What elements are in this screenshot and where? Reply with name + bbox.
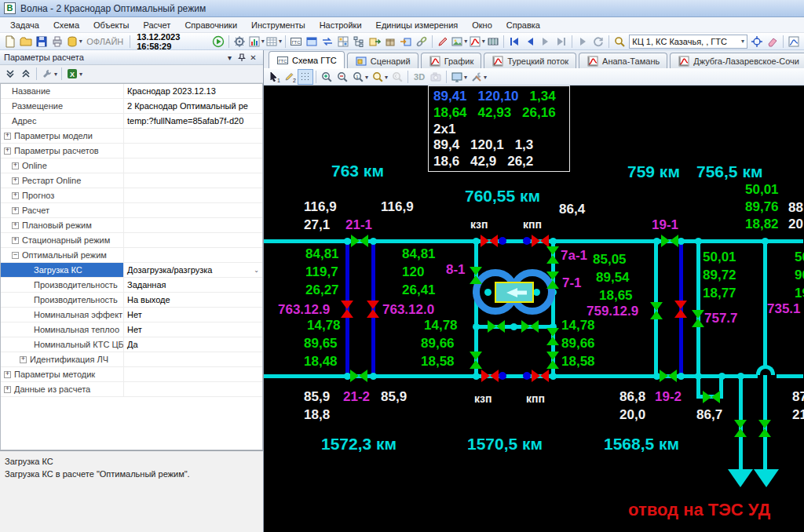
property-row[interactable]: Загрузка КСДозагрузка/разгрузка⌄ xyxy=(1,263,262,278)
tools-icon[interactable]: ▾ xyxy=(469,69,488,85)
tree-icon[interactable] xyxy=(351,34,367,49)
valve-closed-icon[interactable] xyxy=(367,301,379,318)
image-icon[interactable]: ▾ xyxy=(451,34,468,49)
expand-icon[interactable]: + xyxy=(12,237,19,244)
property-row[interactable]: ПроизводительностьЗаданная xyxy=(1,278,262,293)
property-value[interactable] xyxy=(124,159,262,173)
property-value[interactable] xyxy=(124,367,262,381)
link-icon[interactable] xyxy=(414,34,429,49)
nav-prev-icon[interactable] xyxy=(522,34,538,49)
zoom-100-icon[interactable]: 1▾ xyxy=(350,69,370,85)
play-icon[interactable] xyxy=(210,34,226,49)
menu-raschet[interactable]: Расчет xyxy=(136,18,177,32)
property-label[interactable]: +Плановый режим xyxy=(1,218,124,232)
menu-zadacha[interactable]: Задача xyxy=(3,18,46,32)
chart-box-icon[interactable] xyxy=(786,34,802,49)
menu-okno[interactable]: Окно xyxy=(465,18,499,32)
property-row[interactable]: +Параметры методик xyxy=(1,367,262,382)
valve-closed-icon[interactable] xyxy=(341,301,353,318)
nav-last-icon[interactable] xyxy=(554,34,569,49)
property-value[interactable]: Нет xyxy=(124,308,262,322)
property-row[interactable]: Адресtemp:?fullName=85afab7f-d20 xyxy=(1,114,262,129)
edit-icon[interactable] xyxy=(435,34,451,49)
property-row[interactable]: −Оптимальный режим xyxy=(1,248,262,263)
window-view-icon[interactable] xyxy=(304,34,320,49)
property-label[interactable]: +Online xyxy=(1,159,124,173)
property-label[interactable]: Номинальный КТС ЦБ xyxy=(1,337,124,352)
property-value[interactable]: Дозагрузка/разгрузка⌄ xyxy=(124,263,262,277)
valve-open-icon[interactable] xyxy=(703,391,720,403)
menu-nastroyki[interactable]: Настройки xyxy=(312,18,369,32)
property-label[interactable]: +Параметры методик xyxy=(1,367,124,381)
eraser-icon[interactable] xyxy=(765,34,780,49)
target-icon[interactable] xyxy=(749,34,765,49)
property-value[interactable]: Заданная xyxy=(124,278,262,292)
property-label[interactable]: Номинальная эффект xyxy=(1,308,124,322)
property-label[interactable]: Производительность xyxy=(1,278,124,292)
property-row[interactable]: +Параметры расчетов xyxy=(1,144,262,159)
excel-export-icon[interactable]: X▾ xyxy=(65,67,83,82)
chevron-down-icon[interactable]: ▾ xyxy=(224,52,236,63)
property-label[interactable]: +Параметры расчетов xyxy=(1,144,124,158)
valve-open-icon[interactable] xyxy=(546,271,559,289)
property-value[interactable]: temp:?fullName=85afab7f-d20 xyxy=(124,114,262,128)
property-label[interactable]: Название xyxy=(1,84,124,98)
settings-wrench-icon[interactable]: ▾ xyxy=(40,67,58,82)
property-label[interactable]: Загрузка КС xyxy=(1,263,124,277)
zoom-in-icon[interactable] xyxy=(319,69,334,85)
property-value[interactable] xyxy=(124,129,262,143)
property-value[interactable]: На выходе xyxy=(124,293,262,307)
property-value[interactable] xyxy=(124,173,262,188)
film-icon[interactable] xyxy=(485,34,501,49)
valve-open-icon[interactable] xyxy=(650,302,663,319)
expand-icon[interactable]: + xyxy=(4,148,11,155)
property-value[interactable] xyxy=(124,382,262,396)
property-value[interactable] xyxy=(124,248,262,262)
valve-open-icon[interactable] xyxy=(546,352,559,369)
valve-open-icon[interactable] xyxy=(470,352,482,369)
property-row[interactable]: +Рестарт Online xyxy=(1,173,262,188)
menu-spravochniki[interactable]: Справочники xyxy=(177,18,244,32)
valve-closed-icon[interactable] xyxy=(532,370,549,382)
zoom-back-icon[interactable] xyxy=(389,69,405,85)
expand-icon[interactable]: + xyxy=(20,356,27,363)
open-icon[interactable] xyxy=(18,34,34,49)
property-value[interactable]: 2 Краснодар Оптимальный ре xyxy=(124,99,262,113)
expand-icon[interactable]: + xyxy=(4,133,11,140)
database-icon[interactable]: ▾ xyxy=(65,34,82,49)
close-icon[interactable]: ✕ xyxy=(247,52,259,63)
property-value[interactable]: Нет xyxy=(124,322,262,337)
draw-mode-icon[interactable]: 2 xyxy=(282,69,298,85)
property-label[interactable]: +Данные из расчета xyxy=(1,382,124,396)
property-value[interactable]: Краснодар 2023.12.13 xyxy=(124,84,262,98)
valve-closed-icon[interactable] xyxy=(481,370,499,382)
sync-view-icon[interactable] xyxy=(320,34,335,49)
curve-icon[interactable]: ▾ xyxy=(468,34,485,49)
tab-dzhubga-lazarevskoe-sochi[interactable]: Джубга-Лазаревское-Сочи xyxy=(670,53,804,68)
property-label[interactable]: +Прогноз xyxy=(1,188,124,202)
property-label[interactable]: +Расчет xyxy=(1,203,124,217)
property-row[interactable]: НазваниеКраснодар 2023.12.13 xyxy=(1,84,262,99)
grid-toggle-icon[interactable] xyxy=(298,69,313,85)
property-label[interactable]: Размещение xyxy=(1,99,124,113)
tab-anapa-taman[interactable]: Анапа-Тамань xyxy=(579,53,667,68)
valve-open-icon[interactable] xyxy=(470,267,482,284)
property-row[interactable]: Номинальный КТС ЦБДа xyxy=(1,337,262,352)
property-label[interactable]: Номинальная теплоо xyxy=(1,322,124,337)
property-row[interactable]: +Прогноз xyxy=(1,188,262,203)
gear-icon[interactable] xyxy=(232,34,247,49)
valve-open-icon[interactable] xyxy=(692,310,704,327)
expand-icon[interactable]: + xyxy=(4,386,11,393)
property-row[interactable]: Номинальная теплооНет xyxy=(1,322,262,337)
expand-icon[interactable]: + xyxy=(12,192,19,199)
expand-icon[interactable]: + xyxy=(12,207,19,214)
table-icon[interactable]: ▾ xyxy=(265,34,282,49)
property-value[interactable] xyxy=(124,218,262,232)
property-value[interactable] xyxy=(124,203,262,217)
expand-icon[interactable]: + xyxy=(12,162,19,169)
property-value[interactable]: Да xyxy=(124,337,262,352)
report-icon[interactable]: ▾ xyxy=(247,34,265,49)
screen-icon[interactable]: ▾ xyxy=(449,69,469,85)
valve-open-icon[interactable] xyxy=(488,320,505,333)
property-label[interactable]: +Рестарт Online xyxy=(1,173,124,188)
